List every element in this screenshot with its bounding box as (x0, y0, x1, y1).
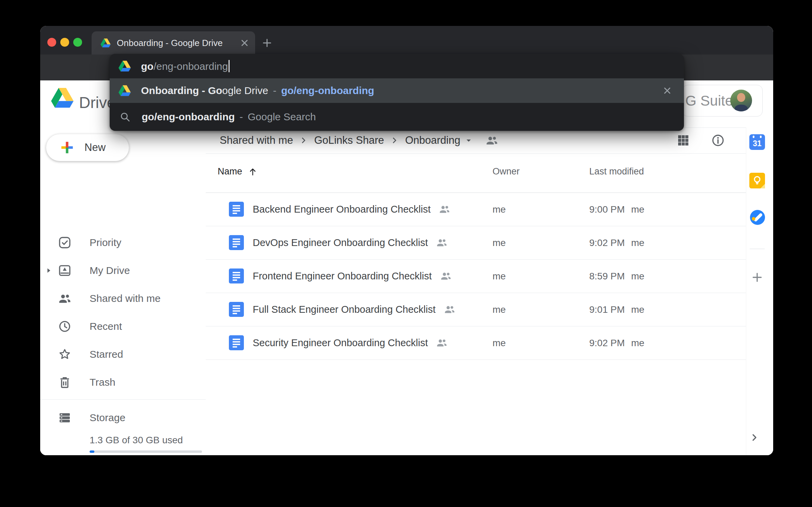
column-header-modified[interactable]: Last modified (589, 166, 644, 177)
sidebar-item-starred[interactable]: Starred (40, 340, 206, 368)
tab-close-icon[interactable] (239, 38, 250, 48)
file-modified-time: 9:00 PM (589, 204, 625, 215)
shared-indicator-icon (439, 203, 450, 215)
storage-progress-bar (90, 450, 202, 453)
file-owner: me (493, 237, 506, 248)
google-docs-icon (229, 302, 244, 317)
file-owner: me (493, 304, 506, 315)
sidebar-item-trash[interactable]: Trash (40, 368, 206, 396)
suggestion-drive-result[interactable]: Onboarding - Google Drive-go/eng-onboard… (110, 78, 684, 103)
google-docs-icon (229, 202, 244, 217)
my-drive-icon (58, 264, 72, 277)
sidebar-item-priority[interactable]: Priority (40, 229, 206, 257)
file-row[interactable]: Security Engineer Onboarding Checklist m… (206, 326, 746, 360)
sidebar-item-recent[interactable]: Recent (40, 312, 206, 340)
tab-title: Onboarding - Google Drive (117, 38, 239, 48)
shared-indicator-icon (440, 270, 452, 282)
sidebar-item-shared-with-me[interactable]: Shared with me (40, 285, 206, 312)
new-tab-button[interactable] (261, 37, 273, 49)
column-header-name[interactable]: Name (218, 166, 258, 177)
add-app-button[interactable] (750, 271, 764, 284)
close-window-button[interactable] (47, 38, 56, 47)
omnibox-typed-text: go (141, 61, 154, 72)
keep-app-button[interactable] (749, 173, 765, 188)
file-row[interactable]: Backend Engineer Onboarding Checklist me… (206, 193, 746, 226)
grid-view-icon[interactable] (676, 134, 690, 147)
rail-divider (750, 249, 765, 249)
file-modified-time: 9:01 PM (589, 304, 625, 315)
file-name: DevOps Engineer Onboarding Checklist (253, 237, 428, 248)
column-header-owner[interactable]: Owner (493, 166, 520, 177)
gsuite-label: G Suite (685, 93, 733, 109)
table-header: Name Owner Last modified (206, 153, 746, 193)
multicolor-plus-icon (60, 140, 74, 155)
file-modified-by: me (631, 338, 644, 349)
browser-tab[interactable]: Onboarding - Google Drive (92, 31, 255, 55)
file-row[interactable]: Full Stack Engineer Onboarding Checklist… (206, 293, 746, 326)
file-owner: me (493, 271, 506, 282)
account-avatar[interactable] (730, 90, 752, 111)
file-modified-by: me (631, 237, 644, 248)
suggestion-google-search[interactable]: go/eng-onboarding-Google Search (110, 103, 684, 131)
sidebar-label: Recent (90, 321, 122, 332)
google-apps-rail: 31 (746, 127, 773, 455)
suggestion-engine: Google Search (248, 111, 316, 122)
folder-menu-caret-icon[interactable] (464, 135, 474, 145)
omnibox[interactable]: go/eng-onboarding (110, 54, 684, 78)
shared-indicator-icon (444, 304, 455, 315)
shared-with-me-icon (58, 292, 72, 305)
sort-ascending-icon[interactable] (248, 167, 258, 177)
tasks-app-button[interactable] (749, 209, 766, 226)
calendar-app-button[interactable]: 31 (749, 134, 765, 150)
remove-suggestion-icon[interactable] (662, 86, 672, 96)
omnibox-input[interactable]: go/eng-onboarding (141, 60, 230, 72)
sidebar-label: My Drive (90, 265, 130, 276)
breadcrumb-item-onboarding[interactable]: Onboarding (405, 134, 460, 147)
tab-bar: Onboarding - Google Drive (40, 26, 773, 55)
omnibox-dropdown: go/eng-onboarding Onboarding - Google Dr… (110, 54, 684, 131)
suggestion-title-rest: ogle Drive (222, 85, 268, 96)
file-name: Frontend Engineer Onboarding Checklist (253, 271, 432, 282)
storage-usage-text: 1.3 GB of 30 GB used (90, 435, 183, 446)
starred-icon (58, 348, 72, 361)
file-name: Backend Engineer Onboarding Checklist (253, 204, 431, 215)
suggestion-dash: - (273, 85, 276, 96)
search-icon (119, 111, 131, 123)
breadcrumb-item-shared-with-me[interactable]: Shared with me (220, 134, 293, 147)
google-docs-icon (229, 268, 244, 283)
expand-arrow-icon[interactable] (45, 267, 52, 274)
sidebar-item-storage[interactable]: Storage (40, 408, 206, 428)
breadcrumb-item-golinks-share[interactable]: GoLinks Share (314, 134, 384, 147)
minimize-window-button[interactable] (60, 38, 69, 47)
gsuite-account-pill[interactable]: G Suite (682, 85, 763, 117)
file-owner: me (493, 204, 506, 215)
sidebar-label: Storage (90, 412, 125, 424)
sidebar-item-my-drive[interactable]: My Drive (40, 257, 206, 285)
new-button[interactable]: New (46, 134, 129, 161)
sidebar-label: Shared with me (90, 293, 160, 304)
suggestion-url: go/eng-onboarding (281, 85, 374, 96)
info-icon[interactable] (711, 134, 725, 147)
file-row[interactable]: Frontend Engineer Onboarding Checklist m… (206, 259, 746, 293)
shared-indicator-icon (436, 337, 448, 349)
folder-shared-icon (485, 134, 498, 147)
file-modified-by: me (631, 304, 644, 315)
drive-favicon (119, 61, 131, 72)
sidebar-label: Priority (90, 237, 121, 248)
suggestion-title-match: Onboarding - Go (141, 85, 222, 96)
sidebar-label: Starred (90, 349, 123, 360)
zoom-window-button[interactable] (73, 38, 82, 47)
file-row[interactable]: DevOps Engineer Onboarding Checklist me … (206, 226, 746, 260)
text-cursor (229, 60, 230, 72)
file-name: Security Engineer Onboarding Checklist (253, 337, 428, 349)
collapse-rail-chevron-icon[interactable] (749, 432, 760, 443)
recent-icon (58, 320, 72, 333)
shared-indicator-icon (436, 237, 448, 248)
drive-logo-icon[interactable] (51, 88, 74, 108)
storage-progress-fill (90, 450, 94, 453)
suggestion-dash: - (239, 111, 243, 122)
chevron-right-icon (298, 135, 309, 145)
drive-favicon (119, 85, 131, 96)
new-button-label: New (84, 141, 106, 154)
file-modified-by: me (631, 271, 644, 282)
